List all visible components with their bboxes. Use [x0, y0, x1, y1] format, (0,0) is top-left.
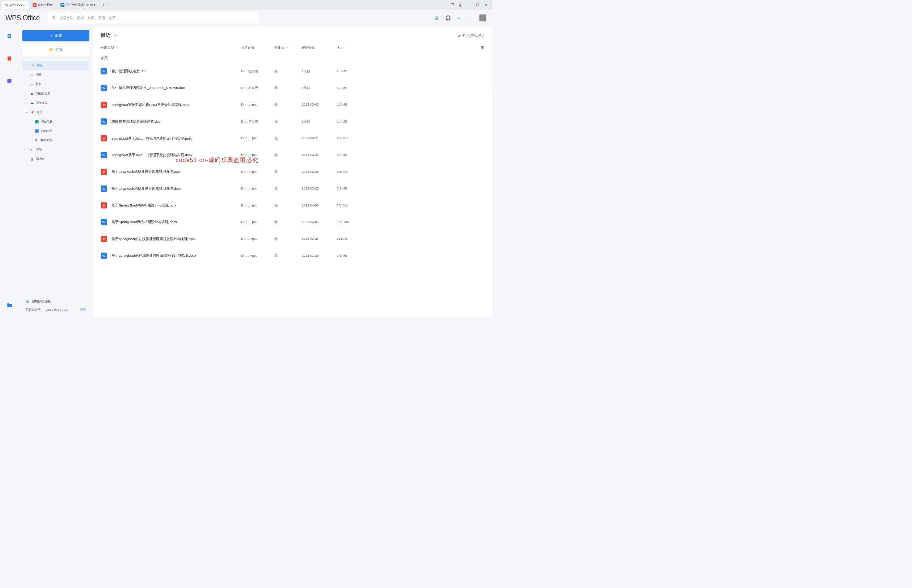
- nav-common[interactable]: ▾📌常用: [22, 108, 89, 117]
- file-row[interactable]: W基于Spring Boot网络相册设计与实现.docxD:\n...+ppt我…: [100, 214, 484, 230]
- file-row[interactable]: P基于springboot的在线作业管理系统的设计与实现.pptxD:\n...…: [100, 230, 484, 247]
- file-row[interactable]: W基于Java Web的毕业设计选题管理系统.docxD:\n...+ppt我2…: [100, 180, 484, 197]
- rail-folder[interactable]: [5, 301, 14, 310]
- column-headers: 全部类型﹀ 文件位置 创建者﹀ 最近修改 大小 ☰: [100, 45, 484, 50]
- filter-type[interactable]: 全部类型﹀: [100, 45, 241, 50]
- file-row[interactable]: P基于Java Web的毕业设计选题管理系统.pptxD:\n...+ppt我2…: [100, 163, 484, 180]
- nav-recent[interactable]: 🕘最近: [22, 61, 89, 70]
- list-options-icon[interactable]: ☰: [481, 45, 484, 50]
- file-location: D:\n...+ppt: [241, 203, 275, 207]
- nav-starred[interactable]: ☆星标: [22, 70, 89, 79]
- tab-templates[interactable]: ◆ 找稻壳模板: [29, 1, 57, 9]
- chevron-down-icon: ﹀: [115, 45, 119, 50]
- page-title: 最近: [100, 32, 111, 39]
- file-location: D:\n...+ppt: [241, 136, 275, 140]
- chevron-down-icon: ▾: [26, 111, 28, 114]
- file-modified: 2023-04-05: [302, 220, 337, 224]
- template-icon: ◆: [32, 3, 37, 7]
- word-doc-icon: W: [100, 186, 107, 192]
- search-input[interactable]: 搜索文件、模板、文库、应用、技巧...: [47, 13, 258, 24]
- rail-docs[interactable]: [5, 32, 14, 40]
- headset-icon[interactable]: 🎧: [445, 15, 451, 21]
- file-size: 965 KB: [337, 136, 364, 140]
- file-row[interactable]: W基于springboot的在线作业管理系统的设计与实现.docxD:\n...…: [100, 247, 484, 264]
- ppt-doc-icon: P: [100, 236, 107, 242]
- enterprise-link[interactable]: 🏢 免费使用企业版: [22, 297, 89, 305]
- nav-documents[interactable]: 🗎我的文档: [31, 136, 89, 145]
- chevron-right-icon: ▸: [26, 102, 28, 105]
- file-creator: 我: [274, 220, 302, 224]
- hamburger-menu-icon[interactable]: ≡: [457, 15, 460, 21]
- quota-view-link[interactable]: 查看: [80, 307, 86, 311]
- apps-grid-icon[interactable]: ⊞: [434, 15, 438, 21]
- file-creator: 我: [274, 236, 302, 241]
- rail-pdf[interactable]: [5, 54, 14, 63]
- window-close-icon[interactable]: ✕: [484, 3, 487, 7]
- hexagon-icon[interactable]: ⬡: [467, 15, 473, 21]
- file-row[interactable]: Pspringboot宠物美容机构CRM系统设计与实现.pptxD:\n...+…: [100, 96, 484, 113]
- pin-icon: 📌: [31, 111, 34, 114]
- word-doc-icon: W: [60, 3, 65, 7]
- new-tab-button[interactable]: ＋: [101, 2, 106, 8]
- tab-label: 找稻壳模板: [38, 3, 52, 6]
- header-actions: ⊞ 🎧 ≡ ⬡: [434, 15, 486, 21]
- tag-icon: 🏷: [31, 148, 34, 152]
- nav-cloud[interactable]: ▸🗀我的云文档: [22, 89, 89, 99]
- file-row[interactable]: Wspringboot基于Java...书管理系统的设计与实现.docxD:\n…: [100, 147, 484, 163]
- window-minimize-icon[interactable]: —: [468, 3, 471, 7]
- file-modified: 2023-03-21: [302, 153, 337, 157]
- file-size: 3.7 MB: [337, 187, 364, 191]
- tab-label: 客户管理系统论文.doc: [66, 3, 95, 6]
- file-location: D:\...统实现: [241, 69, 275, 73]
- rail-calendar[interactable]: [5, 76, 14, 85]
- building-icon: 🏢: [26, 300, 29, 303]
- file-size: 1.4 MB: [337, 120, 364, 124]
- nav-computer[interactable]: 我的电脑: [31, 117, 89, 126]
- open-button[interactable]: 📂 打开: [22, 44, 89, 55]
- file-location: D:\n...+ppt: [241, 254, 275, 258]
- nav-tags[interactable]: ▸🏷标签: [22, 145, 89, 154]
- cloud-icon: ☁: [31, 101, 34, 105]
- col-creator[interactable]: 创建者﹀: [274, 45, 302, 50]
- nav-device[interactable]: ▸☁我的设备: [22, 99, 89, 108]
- file-name: 基于springboot的在线作业管理系统的设计与实现.pptx: [112, 236, 241, 241]
- window-restore-icon[interactable]: ❐: [451, 3, 454, 7]
- quota-value: 315.04MB / 1GB: [46, 308, 68, 311]
- file-location: D:\n...+ppt: [241, 153, 275, 157]
- file-size: 1.5 MB: [337, 103, 364, 107]
- file-name: springboot宠物美容机构CRM系统设计与实现.pptx: [112, 102, 241, 107]
- window-cube-icon[interactable]: ◫: [459, 3, 462, 7]
- computer-icon: [35, 120, 39, 124]
- file-row[interactable]: W学生信息管理系统论文_20230609_075750.docD:\...与实现…: [100, 79, 484, 96]
- file-creator: 我: [274, 170, 302, 174]
- brand-title: WPS Office: [5, 14, 40, 22]
- file-size: 10.9 MB: [337, 220, 364, 224]
- new-button[interactable]: ＋ 新建: [22, 30, 89, 41]
- refresh-icon[interactable]: ↻: [114, 34, 117, 37]
- tab-overflow-icon[interactable]: ﹀: [107, 3, 109, 6]
- file-size: 734 KB: [337, 203, 364, 207]
- user-avatar[interactable]: [479, 15, 486, 21]
- file-row[interactable]: W客户管理系统论文.docD:\...统实现我1天前2.3 MB: [100, 63, 484, 79]
- cloud-sync-button[interactable]: ☁̸ 未开启文档云同步: [458, 34, 484, 37]
- nav-trash[interactable]: 🗑回收站: [22, 154, 89, 164]
- word-doc-icon: W: [100, 219, 107, 225]
- file-name: 基于Spring Boot网络相册设计与实现.pptx: [112, 203, 241, 208]
- nav-desktop[interactable]: 我的桌面: [31, 126, 89, 136]
- nav-share[interactable]: ∞共享: [22, 79, 89, 89]
- ppt-doc-icon: P: [100, 135, 107, 141]
- file-row[interactable]: W防疫物资管理信息系统论文.docD:\...与实现我1天前1.4 MB: [100, 113, 484, 130]
- file-size: 3.5 MB: [337, 254, 364, 258]
- window-maximize-icon[interactable]: ☐: [476, 3, 479, 7]
- tab-wps-home[interactable]: W WPS Office: [2, 1, 28, 9]
- file-location: D:\n...+ppt: [241, 187, 275, 191]
- file-creator: 我: [274, 254, 302, 258]
- file-modified: 2023-03-29: [302, 237, 337, 241]
- tab-document[interactable]: W 客户管理系统论文.doc: [57, 1, 99, 9]
- file-modified: 2023-02-28: [302, 187, 337, 191]
- search-icon: [52, 16, 57, 20]
- file-name: 基于Java Web的毕业设计选题管理系统.pptx: [112, 170, 241, 174]
- file-row[interactable]: P基于Spring Boot网络相册设计与实现.pptxD:\n...+ppt我…: [100, 197, 484, 214]
- svg-point-0: [53, 16, 55, 19]
- file-row[interactable]: Pspringboot基于Java...书管理系统的设计与实现.pptxD:\n…: [100, 130, 484, 147]
